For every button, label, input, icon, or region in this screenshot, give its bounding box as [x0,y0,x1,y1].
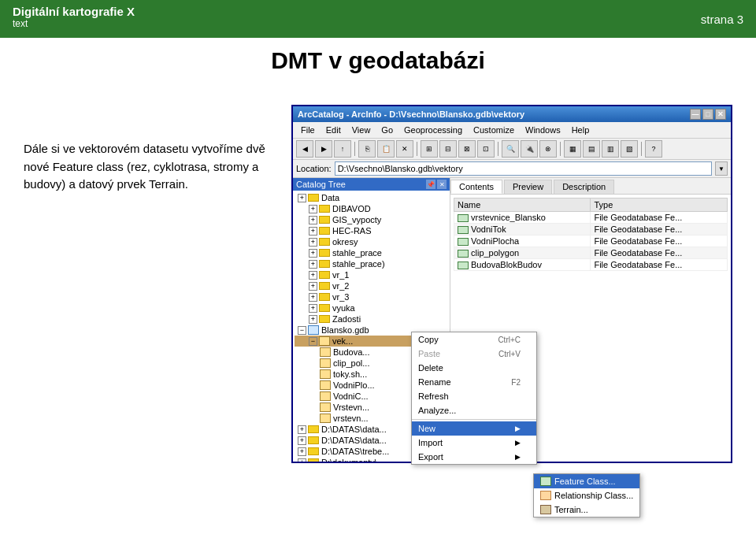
menu-help[interactable]: Help [567,124,595,136]
tree-item-stahle[interactable]: + stahle_prace [295,247,448,258]
tree-item-hec[interactable]: + HEC-RAS [295,225,448,236]
tree-item-vr3[interactable]: + vr_3 [295,291,448,302]
menu-file[interactable]: File [296,124,320,136]
tree-label-vr2: vr_2 [332,281,349,291]
toolbar-search[interactable]: 🔍 [502,140,519,158]
ctx-copy[interactable]: Copy Ctrl+C [412,332,536,347]
col-name[interactable]: Name [454,198,591,212]
tree-item-gis[interactable]: + GIS_vypocty [295,214,448,225]
context-menu: Copy Ctrl+C Paste Ctrl+V Delete Rename F… [411,332,537,465]
expand-gis[interactable]: + [309,216,317,224]
expand-vek[interactable]: − [309,337,317,346]
tree-item-vyuka[interactable]: + vyuka [295,302,448,313]
menu-go[interactable]: Go [376,124,398,136]
toolbar-b8[interactable]: ▧ [621,140,638,158]
expand-okresy[interactable]: + [309,238,317,247]
toolbar-b1[interactable]: ⊞ [421,140,438,158]
expand-data[interactable]: + [298,194,306,202]
menu-windows[interactable]: Windows [521,124,565,136]
panel-close-button[interactable]: ✕ [437,180,447,189]
expand-vr3[interactable]: + [309,293,317,302]
toolbar-forward[interactable]: ▶ [315,140,332,158]
toolbar-copy[interactable]: ⎘ [358,140,376,158]
location-input[interactable] [335,161,712,176]
expand-zadosti[interactable]: + [309,315,317,324]
toolbar-back[interactable]: ◀ [296,140,313,158]
menu-customize[interactable]: Customize [469,124,519,136]
toolbar-help[interactable]: ? [645,140,662,158]
toolbar-connect[interactable]: 🔌 [521,140,538,158]
tree-label-dok1: D:\dokumenty\... [321,458,384,462]
submenu-relationship-class[interactable]: Relationship Class... [534,488,639,503]
toolbar-b3[interactable]: ⊠ [458,140,476,158]
toolbar-b2[interactable]: ⊟ [439,140,457,158]
toolbar-b6[interactable]: ▤ [583,140,600,158]
toolbar-b4[interactable]: ⊡ [477,140,495,158]
tree-item-okresy[interactable]: + okresy [295,236,448,247]
expand-blansko-gdb[interactable]: − [298,326,306,335]
tab-description[interactable]: Description [554,180,614,194]
ctx-refresh[interactable]: Refresh [412,389,536,403]
ctx-paste[interactable]: Paste Ctrl+V [412,347,536,361]
expand-vyuka[interactable]: + [309,304,317,313]
expand-dibavod[interactable]: + [309,205,317,213]
expand-hec[interactable]: + [309,227,317,236]
ctx-analyze[interactable]: Analyze... [412,403,536,417]
fc-submenu-icon [540,477,551,486]
body-text: Dále si ve vektorovém datasetu vytvoříme… [24,140,276,194]
location-label: Location: [296,164,332,173]
ctx-export[interactable]: Export ▶ [412,450,536,464]
ctx-new[interactable]: New ▶ [412,421,536,436]
ctx-refresh-label: Refresh [418,391,449,401]
expand-datas2[interactable]: + [298,436,306,445]
fc-icon-row1 [458,214,469,222]
menu-geoprocessing[interactable]: Geoprocessing [399,124,467,136]
col-type[interactable]: Type [591,198,728,212]
tab-contents[interactable]: Contents [450,180,502,194]
row-type-2: File Geodatabase Fe... [591,224,728,236]
toolbar-b7[interactable]: ▥ [602,140,619,158]
row-name-1: vrstevnice_Blansko [454,212,591,224]
toolbar-paste[interactable]: 📋 [377,140,395,158]
submenu-terrain[interactable]: Terrain... [534,503,639,517]
tree-item-dibavod[interactable]: + DIBAVOD [295,203,448,214]
ctx-new-arrow: ▶ [515,425,521,432]
folder-icon-datas1 [308,425,319,433]
fc-icon-vodniC [320,391,331,401]
expand-vr2[interactable]: + [309,282,317,291]
toolbar-up[interactable]: ↑ [334,140,351,158]
tree-item-data[interactable]: + Data [295,192,448,203]
tree-item-stahle2[interactable]: + stahle_prace) [295,258,448,269]
maximize-button[interactable]: □ [702,109,713,120]
expand-stahle2[interactable]: + [309,260,317,269]
expand-stahle[interactable]: + [309,249,317,258]
submenu-terrain-label: Terrain... [554,505,588,514]
panel-pin-button[interactable]: 📌 [426,180,435,189]
table-row: vrstevnice_Blansko File Geodatabase Fe..… [454,212,728,224]
tree-item-zadosti[interactable]: + Zadosti [295,313,448,325]
expand-datas1[interactable]: + [298,425,306,434]
minimize-button[interactable]: — [690,109,701,120]
submenu-new: Feature Class... Relationship Class... T… [533,473,640,517]
tab-preview[interactable]: Preview [504,180,552,194]
menu-view[interactable]: View [347,124,376,136]
folder-icon-vyuka [319,304,330,312]
tree-item-vr1[interactable]: + vr_1 [295,269,448,280]
ctx-delete[interactable]: Delete [412,361,536,375]
toolbar-delete[interactable]: ✕ [396,140,413,158]
location-dropdown[interactable]: ▼ [715,161,728,176]
ctx-import[interactable]: Import ▶ [412,436,536,450]
ctx-rename[interactable]: Rename F2 [412,375,536,389]
close-button[interactable]: ✕ [715,109,726,120]
menu-edit[interactable]: Edit [321,124,346,136]
arc-window-title: ArcCatalog - ArcInfo - D:\Vsechno\Blansk… [298,109,524,119]
toolbar-disconnect[interactable]: ⊗ [539,140,557,158]
tree-item-vr2[interactable]: + vr_2 [295,280,448,291]
tree-label-vrstevn1: Vrstevn... [333,402,369,412]
submenu-feature-class[interactable]: Feature Class... [534,474,639,488]
expand-dok1[interactable]: + [298,458,306,462]
fc-icon-row4 [458,250,469,258]
expand-trebe[interactable]: + [298,447,306,456]
toolbar-b5[interactable]: ▦ [564,140,581,158]
expand-vr1[interactable]: + [309,271,317,280]
